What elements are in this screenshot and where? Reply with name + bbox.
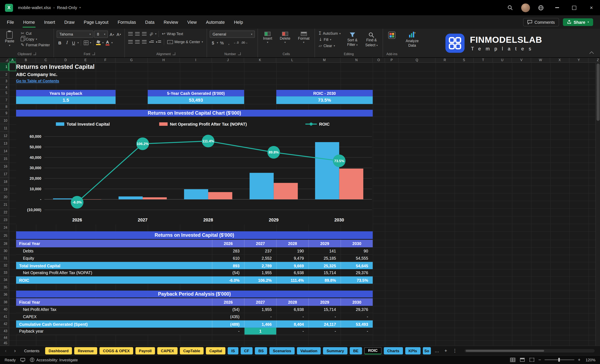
year-header-cell[interactable]: 2026 [212,240,244,247]
format-painter-button[interactable]: ✎Format Painter [20,42,51,48]
menu-tab-automate[interactable]: Automate [201,15,229,29]
row-header-41[interactable]: 41 [0,313,9,320]
value-cell[interactable]: 6,938 [276,306,308,313]
row-label-cell[interactable]: Net Operating Profit After Tax (NOPAT) [16,269,212,276]
number-dialog-launcher[interactable] [238,52,240,55]
value-cell[interactable]: - [212,328,244,335]
value-cell[interactable]: 73.5% [340,276,373,284]
row-header-5[interactable]: 5 [0,90,9,96]
menu-tab-page-layout[interactable]: Page Layout [79,15,113,29]
fill-button[interactable]: ↓Fill▾ [318,37,342,43]
year-header-cell[interactable]: 2030 [340,240,373,247]
row-header-34[interactable]: 34 [0,276,9,284]
copy-button[interactable]: Copy▾ [20,37,51,42]
grow-font-button[interactable]: A▴ [109,31,115,37]
font-dialog-launcher[interactable] [92,52,95,55]
page-layout-view-button[interactable] [519,357,525,362]
column-header-m[interactable]: M [309,58,340,62]
year-header-cell[interactable]: 2026 [212,298,244,306]
value-cell[interactable]: 9,669 [276,262,308,269]
sheet-tab-bs[interactable]: BS [255,347,267,354]
value-cell[interactable]: 111.4% [276,276,308,284]
column-header-z[interactable]: Z [589,58,600,62]
roic-chart-object[interactable]: 60,00050,00040,00030,00020,00010,000-(10… [16,117,373,224]
sheet-tab-valuation[interactable]: Valuation [297,347,321,354]
excel-app-icon[interactable]: X [5,4,13,12]
value-cell[interactable]: 15,714 [309,306,340,313]
font-size-select[interactable]: 8▾ [94,31,108,38]
format-cells-button[interactable]: Format▾ [296,31,312,44]
value-cell[interactable]: 190 [276,247,308,255]
value-cell[interactable]: 141 [309,247,340,255]
value-cell[interactable]: 90 [340,247,373,255]
merge-center-button[interactable]: ↔Merge & Center▾ [166,39,204,45]
value-cell[interactable]: 54,555 [340,255,373,262]
autosum-button[interactable]: ΣAutoSum▾ [318,31,342,36]
column-header-q[interactable]: Q [399,58,436,62]
column-header-d[interactable]: D [56,58,76,62]
column-header-y[interactable]: Y [569,58,589,62]
value-cell[interactable]: 25,185 [309,255,340,262]
row-label-cell[interactable]: Equity [16,255,212,262]
menu-tab-view[interactable]: View [183,15,201,29]
percent-style-button[interactable]: % [219,39,225,46]
decrease-indent-button[interactable]: ◂ [148,39,155,45]
value-cell[interactable]: 15,714 [309,269,340,276]
row-header-14[interactable]: 14 [0,147,9,155]
column-header-p[interactable]: P [385,58,399,62]
column-header-e[interactable]: E [76,58,95,62]
row-header-18[interactable]: 18 [0,178,9,185]
sheet-tab-roic[interactable]: ROIC [364,347,382,354]
column-header-h[interactable]: H [148,58,180,62]
row-header-3[interactable]: 3 [0,78,9,84]
sheet-tab-charts[interactable]: Charts [384,347,403,354]
value-cell[interactable]: 2,552 [244,255,276,262]
comments-button[interactable]: Comments [523,18,559,26]
sort-filter-button[interactable]: Sort &Filter ▾ [345,31,360,49]
macro-record-button[interactable] [20,358,25,362]
row-label-cell[interactable]: ROIC [16,276,212,284]
column-header-c[interactable]: C [36,58,56,62]
row-header-44[interactable]: 44 [0,335,9,340]
row-header-15[interactable]: 15 [0,155,9,163]
search-button[interactable] [502,0,518,15]
horizontal-scrollbar[interactable] [465,349,595,352]
sheet-tab-kpis[interactable]: KPIs [405,347,420,354]
network-button[interactable] [533,0,548,15]
row-header-33[interactable]: 33 [0,269,9,276]
sheet-tab-so[interactable]: So [423,347,431,354]
paste-button[interactable]: Paste▾ [3,31,17,48]
underline-button[interactable]: U [71,39,77,46]
value-cell[interactable]: 25,325 [309,262,340,269]
row-header-35[interactable]: 35 [0,284,9,291]
next-sheet-button[interactable]: › [12,348,19,353]
column-header-g[interactable]: G [116,58,148,62]
row-label-cell[interactable]: Cumulative Cash Generated (Spent) [16,320,212,328]
vertical-scrollbar-thumb[interactable] [597,64,600,121]
row-header-4[interactable]: 4 [0,84,9,90]
sheet-tab-summary[interactable]: Summary [323,347,347,354]
row-header-13[interactable]: 13 [0,140,9,147]
row-label-cell[interactable]: Payback year [16,328,212,335]
year-header-cell[interactable]: 2029 [309,240,340,247]
column-header-n[interactable]: N [340,58,373,62]
year-header-cell[interactable]: 2027 [244,298,276,306]
sheet-tab-be[interactable]: BE [350,347,362,354]
value-cell[interactable]: (489) [212,320,244,328]
zoom-slider[interactable] [544,359,574,360]
clipboard-dialog-launcher[interactable] [34,52,36,55]
italic-button[interactable]: I [64,39,70,46]
value-cell[interactable]: 6,938 [276,269,308,276]
value-cell[interactable]: (54) [212,306,244,313]
horizontal-scrollbar-thumb[interactable] [466,350,544,352]
year-header-cell[interactable]: 2028 [276,298,308,306]
sheet-tab-cogs-opex[interactable]: COGS & OPEX [99,347,133,354]
row-header-40[interactable]: 40 [0,306,9,313]
column-header-k[interactable]: K [244,58,276,62]
kpi-value[interactable]: 73.5% [276,96,373,104]
zoom-in-button[interactable]: + [578,357,581,363]
sheet-tab-capex[interactable]: CAPEX [157,347,178,354]
sheet-tab-dashboard[interactable]: Dashboard [45,347,72,354]
value-cell[interactable]: 610 [212,255,244,262]
row-header-38[interactable]: 38 [0,298,9,306]
